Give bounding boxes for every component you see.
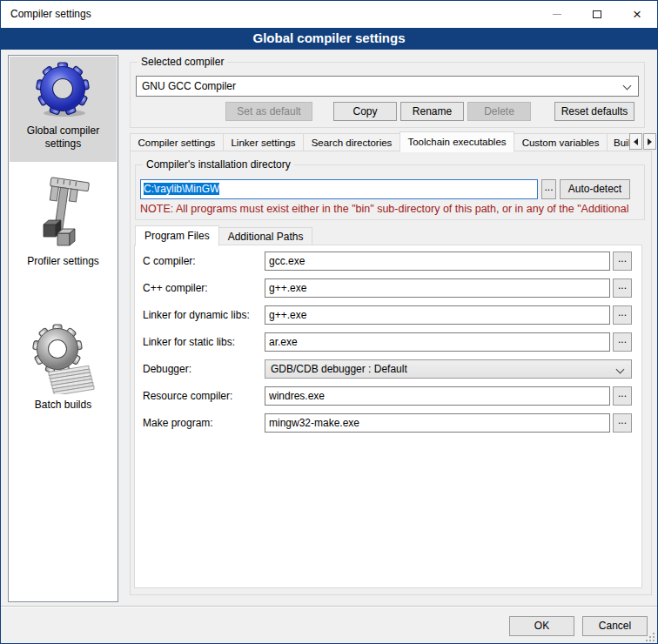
dynamic-linker-input[interactable] [265, 305, 610, 325]
chevron-down-icon [616, 366, 625, 374]
resize-grip[interactable] [646, 633, 654, 641]
cpp-compiler-browse-button[interactable]: ... [613, 278, 632, 298]
tab-linker-settings[interactable]: Linker settings [223, 133, 304, 151]
compiler-select-value: GNU GCC Compiler [142, 80, 236, 92]
cancel-button[interactable]: Cancel [582, 616, 648, 636]
cpp-compiler-input[interactable] [265, 278, 610, 298]
tab-search-directories[interactable]: Search directories [303, 133, 400, 151]
chevron-down-icon [623, 82, 632, 91]
subtab-program-files[interactable]: Program Files [135, 225, 219, 246]
window-title: Compiler settings [10, 1, 91, 28]
installation-directory-input[interactable]: C:\raylib\MinGW [140, 179, 538, 199]
compiler-settings-window: Compiler settings × Global compiler sett… [0, 0, 658, 644]
static-linker-input[interactable] [265, 332, 610, 352]
debugger-select-value: GDB/CDB debugger : Default [271, 363, 407, 375]
resource-compiler-input[interactable] [265, 386, 610, 406]
make-program-input[interactable] [265, 413, 610, 433]
rename-button[interactable]: Rename [400, 102, 464, 121]
settings-category-sidebar: Global compiler settings [8, 55, 118, 602]
sidebar-item-label: Global compiler settings [10, 123, 117, 151]
maximize-icon [593, 10, 601, 18]
ok-button[interactable]: OK [509, 616, 574, 636]
scroll-left-icon [634, 138, 638, 145]
dynamic-linker-browse-button[interactable]: ... [613, 305, 632, 325]
selected-compiler-group-label: Selected compiler [138, 56, 227, 68]
minimize-icon [553, 14, 561, 15]
close-button[interactable]: × [617, 1, 657, 28]
titlebar[interactable]: Compiler settings × [1, 1, 657, 28]
c-compiler-label: C compiler: [143, 252, 196, 271]
debugger-label: Debugger: [143, 359, 191, 379]
installation-directory-value: C:\raylib\MinGW [144, 183, 219, 195]
compiler-buttons-row: Set as default Copy Rename Delete Reset … [131, 102, 635, 121]
bin-subdirectory-note: NOTE: All programs must exist either in … [140, 203, 650, 215]
selected-compiler-group: Selected compiler GNU GCC Compiler Set a… [130, 62, 645, 128]
sidebar-item-global-compiler-settings[interactable]: Global compiler settings [10, 57, 117, 162]
dynamic-linker-label: Linker for dynamic libs: [143, 305, 250, 325]
static-linker-browse-button[interactable]: ... [613, 332, 632, 352]
footer-divider [1, 606, 657, 607]
installation-directory-group-label: Compiler's installation directory [143, 158, 294, 171]
make-program-label: Make program: [143, 413, 213, 433]
make-program-browse-button[interactable]: ... [613, 413, 632, 433]
settings-tabstrip: Compiler settings Linker settings Search… [130, 131, 629, 151]
copy-button[interactable]: Copy [333, 102, 397, 121]
dialog-banner: Global compiler settings [1, 28, 657, 50]
subtab-additional-paths[interactable]: Additional Paths [218, 227, 313, 245]
browse-directory-button[interactable]: ... [541, 179, 556, 199]
sidebar-item-batch-builds[interactable]: Batch builds [10, 263, 117, 415]
caliper-icon [10, 171, 117, 253]
gray-gear-stack-icon [10, 319, 117, 397]
tab-compiler-settings[interactable]: Compiler settings [130, 133, 224, 151]
sidebar-item-label: Batch builds [10, 397, 117, 412]
debugger-select[interactable]: GDB/CDB debugger : Default [265, 359, 632, 379]
scroll-right-icon [648, 138, 652, 145]
reset-defaults-button[interactable]: Reset defaults [554, 102, 634, 121]
tab-custom-variables[interactable]: Custom variables [514, 133, 608, 151]
programs-subtabstrip: Program Files Additional Paths [135, 225, 312, 245]
set-as-default-button[interactable]: Set as default [225, 102, 312, 121]
delete-button[interactable]: Delete [467, 102, 531, 121]
tab-scroll-left-button[interactable] [629, 133, 642, 150]
minimize-button[interactable] [537, 1, 577, 28]
compiler-select[interactable]: GNU GCC Compiler [136, 76, 639, 97]
static-linker-label: Linker for static libs: [143, 332, 235, 352]
close-icon: × [633, 7, 641, 22]
tab-toolchain-executables[interactable]: Toolchain executables [400, 131, 514, 152]
maximize-button[interactable] [577, 1, 617, 28]
resource-compiler-browse-button[interactable]: ... [613, 386, 632, 406]
c-compiler-input[interactable] [265, 252, 610, 271]
auto-detect-button[interactable]: Auto-detect [560, 179, 630, 199]
tab-scroll-right-button[interactable] [643, 133, 656, 150]
resource-compiler-label: Resource compiler: [143, 386, 232, 406]
tab-build-clipped[interactable]: Build [607, 133, 630, 151]
c-compiler-browse-button[interactable]: ... [613, 252, 632, 271]
blue-gear-icon [10, 61, 117, 123]
cpp-compiler-label: C++ compiler: [143, 278, 208, 298]
